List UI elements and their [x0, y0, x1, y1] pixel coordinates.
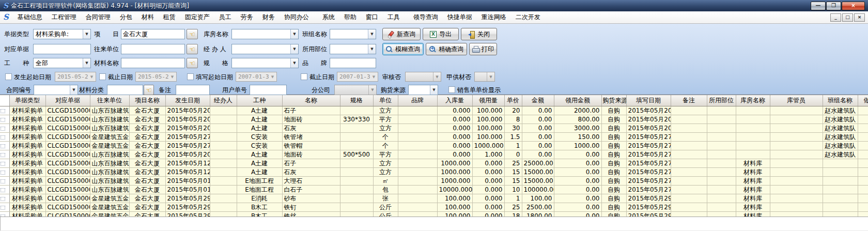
cell-r2-c11[interactable]: 0.000 — [437, 124, 472, 132]
cell-r4-c8[interactable] — [340, 141, 373, 150]
cell-r2-c8[interactable] — [340, 124, 373, 132]
cell-r9-c7[interactable]: 白石子 — [282, 185, 340, 194]
cell-r8-c2[interactable]: 山东百脉建筑: — [90, 176, 129, 185]
cell-r9-c22[interactable] — [823, 185, 858, 194]
cell-r7-c1[interactable]: CLCGD150000004 — [45, 167, 90, 176]
cell-r2-c1[interactable]: CLCGD150000001 — [45, 124, 90, 132]
cell-r4-c19[interactable] — [707, 141, 736, 150]
document-type-combo[interactable]: 材料采购单: ▼ — [33, 29, 91, 39]
cell-r8-c7[interactable]: 大理石 — [282, 176, 340, 185]
cell-r9-c8[interactable] — [340, 185, 373, 194]
cell-r5-c16[interactable]: 自购 — [601, 150, 626, 159]
cell-r6-c11[interactable]: 1000.000 — [437, 159, 472, 167]
cell-r5-c10[interactable] — [398, 150, 437, 159]
table-row[interactable]: 材料采购单CLCGD150000002金星建筑五金:金石大厦2015年05月27… — [0, 141, 868, 150]
cell-r3-c2[interactable]: 金星建筑五金: — [90, 132, 129, 141]
column-header-17[interactable]: 填写日期 — [626, 95, 671, 106]
cell-r9-c21[interactable] — [770, 185, 823, 194]
cell-r10-c11[interactable]: 100.000 — [437, 194, 472, 203]
cell-r3-c23[interactable] — [858, 132, 868, 141]
cell-r4-c13[interactable]: 1 — [504, 141, 522, 150]
cell-r0-c13[interactable]: 20 — [504, 106, 522, 115]
cell-r4-c15[interactable]: 1000.00 — [554, 141, 601, 150]
cell-r1-c22[interactable]: 赵水建筑队 — [823, 115, 858, 124]
cell-r4-c17[interactable]: 2015年05月27日 — [626, 141, 671, 150]
brand-input[interactable] — [330, 58, 376, 68]
cell-r8-c0[interactable]: 材料采购单 — [9, 176, 45, 185]
cell-r5-c3[interactable]: 金石大厦 — [129, 150, 165, 159]
cell-r8-c20[interactable]: 材料库 — [736, 176, 770, 185]
cell-r10-c23[interactable] — [858, 194, 868, 203]
cell-r2-c23[interactable] — [858, 124, 868, 132]
cell-r6-c18[interactable] — [671, 159, 707, 167]
row-marker[interactable] — [0, 124, 9, 132]
cell-r2-c3[interactable]: 金石大厦 — [129, 124, 165, 132]
branch-combo[interactable]: ▼ — [334, 85, 377, 95]
row-marker[interactable] — [0, 176, 9, 185]
remark-input[interactable] — [176, 85, 210, 95]
cell-r3-c13[interactable]: 1.5 — [504, 132, 522, 141]
cell-r5-c9[interactable]: 平方 — [373, 150, 398, 159]
cell-r11-c20[interactable]: 材料库 — [736, 203, 770, 211]
cell-r10-c5[interactable] — [210, 194, 237, 203]
cell-r5-c5[interactable] — [210, 150, 237, 159]
cell-r5-c20[interactable] — [736, 150, 770, 159]
cell-r9-c19[interactable] — [707, 185, 736, 194]
chevron-down-icon[interactable]: ▼ — [433, 72, 441, 81]
cell-r12-c16[interactable]: 自购 — [601, 211, 626, 217]
team-combo[interactable]: ▼ — [330, 29, 376, 39]
cell-r5-c2[interactable]: 山东百脉建筑: — [90, 150, 129, 159]
chevron-down-icon[interactable]: ▼ — [487, 72, 494, 81]
cell-r12-c18[interactable] — [671, 211, 707, 217]
cell-r3-c12[interactable]: 100.000 — [472, 132, 504, 141]
cell-r1-c23[interactable] — [858, 115, 868, 124]
cell-r0-c18[interactable] — [671, 106, 707, 115]
cell-r12-c14[interactable]: 1800.00 — [522, 211, 554, 217]
cell-r1-c15[interactable]: 800.00 — [554, 115, 601, 124]
cell-r1-c3[interactable]: 金石大厦 — [129, 115, 165, 124]
counterparty-picker-button[interactable]: ☜ — [187, 44, 198, 54]
column-header-13[interactable]: 单价 — [504, 95, 522, 106]
column-header-21[interactable]: 库管员 — [770, 95, 823, 106]
column-header-6[interactable]: 工种 — [237, 95, 282, 106]
cell-r7-c9[interactable]: 立方 — [373, 167, 398, 176]
column-header-18[interactable]: 备注 — [671, 95, 707, 106]
cell-r4-c16[interactable]: 自购 — [601, 141, 626, 150]
cell-r9-c18[interactable] — [671, 185, 707, 194]
cell-r10-c15[interactable]: 0.00 — [554, 194, 601, 203]
cell-r2-c16[interactable]: 自购 — [601, 124, 626, 132]
cell-r6-c0[interactable]: 材料采购单 — [9, 159, 45, 167]
chevron-down-icon[interactable]: ▼ — [70, 85, 78, 95]
exact-query-button[interactable]: + 精确查询 — [426, 43, 467, 55]
cell-r2-c13[interactable]: 30 — [504, 124, 522, 132]
cell-r12-c3[interactable]: 金石大厦 — [129, 211, 165, 217]
cell-r0-c16[interactable]: 自购 — [601, 106, 626, 115]
cell-r8-c8[interactable] — [340, 176, 373, 185]
cell-r6-c12[interactable]: 0.000 — [472, 159, 504, 167]
cell-r9-c1[interactable]: CLCGD150000005 — [45, 185, 90, 194]
cell-r7-c2[interactable]: 山东百脉建筑: — [90, 167, 129, 176]
chevron-down-icon[interactable]: ▼ — [290, 58, 298, 68]
cell-r11-c9[interactable]: 公斤 — [373, 203, 398, 211]
cell-r0-c10[interactable] — [398, 106, 437, 115]
cell-r9-c17[interactable]: 2015年05月27日 — [626, 185, 671, 194]
cell-r3-c18[interactable] — [671, 132, 707, 141]
cell-r11-c16[interactable]: 自购 — [601, 203, 626, 211]
cell-r2-c21[interactable] — [770, 124, 823, 132]
cell-r11-c23[interactable] — [858, 203, 868, 211]
menu-item-13[interactable]: 窗口 — [361, 12, 383, 22]
cell-r9-c2[interactable]: 山东百脉建筑: — [90, 185, 129, 194]
fuzzy-query-button[interactable]: 模糊查询 — [382, 43, 424, 55]
cell-r7-c11[interactable]: 1000.000 — [437, 167, 472, 176]
cell-r0-c5[interactable] — [210, 106, 237, 115]
column-header-8[interactable]: 规格 — [340, 95, 373, 106]
cell-r4-c5[interactable] — [210, 141, 237, 150]
menu-item-7[interactable]: 员工 — [214, 12, 236, 22]
cell-r8-c9[interactable]: ㎡ — [373, 176, 398, 185]
fill-start-date-checkbox[interactable] — [187, 73, 194, 80]
owner-supplied-combo[interactable]: ▼ — [474, 72, 495, 82]
cell-r6-c4[interactable]: 2015年05月12日 — [165, 159, 210, 167]
cell-r9-c20[interactable]: 材料库 — [736, 185, 770, 194]
row-marker[interactable] — [0, 106, 9, 115]
menu-item-11[interactable]: 系统 — [318, 12, 339, 22]
